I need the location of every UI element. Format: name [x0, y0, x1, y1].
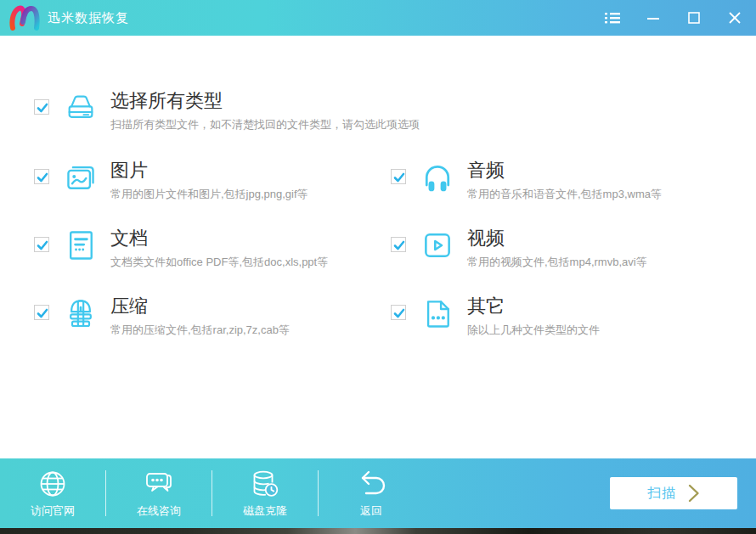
images-label: 图片 — [110, 159, 308, 183]
documents-desc: 文档类文件如office PDF等,包括doc,xls,ppt等 — [110, 255, 328, 270]
file-type-grid: 图片 常用的图片文件和图片,包括jpg,png,gif等 音频 — [34, 159, 756, 363]
drive-icon — [64, 91, 98, 125]
archive-desc: 常用的压缩文件,包括rar,zip,7z,cab等 — [110, 323, 290, 338]
desktop-edge-strip — [0, 528, 756, 534]
audio-label: 音频 — [467, 159, 662, 183]
app-logo-icon — [8, 5, 41, 31]
document-icon — [64, 228, 98, 262]
other-label: 其它 — [467, 295, 600, 318]
footer-toolbar: 访问官网 在线咨询 — [0, 458, 756, 528]
other-desc: 除以上几种文件类型的文件 — [467, 323, 600, 338]
select-all-checkbox[interactable] — [34, 99, 49, 115]
file-dots-icon — [420, 296, 454, 330]
audio-checkbox[interactable] — [391, 169, 406, 184]
back-button[interactable]: 返回 — [319, 458, 424, 528]
archive-label: 压缩 — [110, 295, 290, 318]
globe-icon — [37, 468, 69, 500]
back-label: 返回 — [360, 503, 382, 519]
file-type-item-images: 图片 常用的图片文件和图片,包括jpg,png,gif等 — [34, 159, 391, 227]
back-arrow-icon — [355, 468, 387, 500]
images-checkbox[interactable] — [34, 169, 49, 184]
file-type-item-video: 视频 常用的视频文件,包括mp4,rmvb,avi等 — [391, 227, 756, 295]
file-type-item-archive: 压缩 常用的压缩文件,包括rar,zip,7z,cab等 — [34, 295, 391, 363]
menu-list-icon[interactable] — [603, 8, 622, 27]
visit-website-label: 访问官网 — [31, 503, 75, 519]
documents-checkbox[interactable] — [34, 237, 49, 252]
audio-desc: 常用的音乐和语音文件,包括mp3,wma等 — [467, 187, 662, 202]
chat-icon — [143, 468, 175, 500]
disk-clone-icon — [249, 468, 281, 500]
images-desc: 常用的图片文件和图片,包括jpg,png,gif等 — [110, 187, 308, 202]
close-icon[interactable] — [725, 8, 744, 27]
minimize-icon[interactable] — [644, 8, 663, 27]
online-consult-label: 在线咨询 — [137, 503, 181, 519]
scan-button[interactable]: 扫描 — [610, 477, 737, 509]
file-type-item-documents: 文档 文档类文件如office PDF等,包括doc,xls,ppt等 — [34, 227, 391, 295]
other-checkbox[interactable] — [391, 305, 406, 320]
select-all-desc: 扫描所有类型文件，如不清楚找回的文件类型，请勾选此项选项 — [110, 117, 420, 132]
app-window: 迅米数据恢复 — [0, 0, 756, 534]
image-icon — [64, 160, 98, 194]
visit-website-button[interactable]: 访问官网 — [0, 458, 105, 528]
documents-label: 文档 — [110, 227, 328, 250]
window-controls — [603, 8, 744, 27]
scan-chevron-icon — [688, 484, 700, 503]
file-type-item-audio: 音频 常用的音乐和语音文件,包括mp3,wma等 — [391, 159, 756, 227]
file-type-panel: 选择所有类型 扫描所有类型文件，如不清楚找回的文件类型，请勾选此项选项 — [0, 36, 756, 458]
scan-button-label: 扫描 — [647, 485, 676, 503]
titlebar: 迅米数据恢复 — [0, 0, 756, 36]
archive-checkbox[interactable] — [34, 305, 49, 320]
archive-icon — [64, 296, 98, 330]
footer-actions: 访问官网 在线咨询 — [0, 458, 424, 528]
video-checkbox[interactable] — [391, 237, 406, 252]
video-desc: 常用的视频文件,包括mp4,rmvb,avi等 — [467, 255, 647, 270]
online-consult-button[interactable]: 在线咨询 — [106, 458, 212, 528]
file-type-item-select-all: 选择所有类型 扫描所有类型文件，如不清楚找回的文件类型，请勾选此项选项 — [34, 89, 756, 132]
file-type-item-other: 其它 除以上几种文件类型的文件 — [391, 295, 756, 363]
maximize-icon[interactable] — [685, 8, 703, 27]
disk-clone-label: 磁盘克隆 — [243, 503, 287, 519]
video-play-icon — [420, 228, 454, 262]
select-all-label: 选择所有类型 — [110, 89, 420, 113]
app-title: 迅米数据恢复 — [48, 10, 129, 26]
disk-clone-button[interactable]: 磁盘克隆 — [212, 458, 318, 528]
headphones-icon — [420, 160, 454, 194]
video-label: 视频 — [467, 227, 647, 250]
